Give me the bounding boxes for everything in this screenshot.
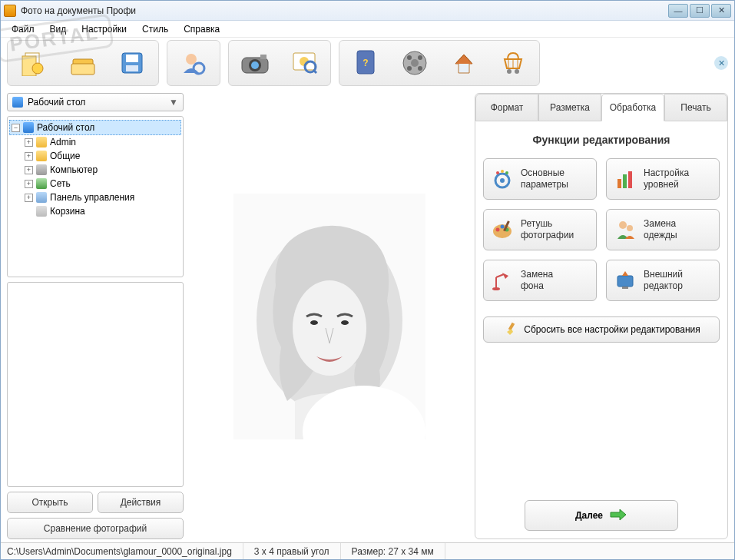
toolbar-open-icon[interactable] (60, 44, 106, 82)
content-area: Рабочий стол ▼ − Рабочий стол +Admin +Об… (1, 88, 734, 542)
svg-rect-7 (126, 65, 138, 71)
tree-root[interactable]: − Рабочий стол (9, 120, 181, 135)
app-window: Фото на документы Профи — ☐ ✕ Файл Вид Н… (0, 0, 735, 560)
toolbar-user-icon[interactable] (171, 44, 217, 82)
tab-format[interactable]: Формат (475, 94, 538, 121)
menu-settings[interactable]: Настройки (74, 22, 134, 36)
svg-point-35 (341, 320, 349, 325)
right-panel: Формат Разметка Обработка Печать Функции… (475, 93, 728, 539)
tree-item[interactable]: +Сеть (9, 177, 181, 191)
toolbar-new-icon[interactable] (11, 44, 57, 82)
menu-style[interactable]: Стиль (134, 22, 176, 36)
tree-item-label: Общие (50, 151, 80, 161)
location-combo[interactable]: Рабочий стол ▼ (7, 93, 184, 111)
photo-preview-area (190, 93, 468, 539)
tree-item[interactable]: +Общие (9, 149, 181, 163)
svg-rect-44 (628, 171, 632, 188)
func-label: Ретушьфотографии (521, 218, 574, 241)
menu-view[interactable]: Вид (42, 22, 74, 36)
toolbar-help-icon[interactable]: ? (343, 44, 389, 82)
svg-point-23 (418, 55, 422, 60)
toolbar-save-icon[interactable] (109, 44, 155, 82)
menu-help[interactable]: Справка (176, 22, 227, 36)
tree-item[interactable]: Корзина (9, 204, 181, 218)
func-clothes-button[interactable]: Заменаодежды (606, 209, 720, 250)
tree-item[interactable]: +Панель управления (9, 191, 181, 204)
svg-point-39 (496, 171, 499, 174)
expand-icon[interactable]: + (25, 166, 33, 174)
svg-point-38 (500, 178, 505, 183)
arrow-right-icon (609, 508, 627, 524)
folder-icon (36, 137, 47, 147)
svg-point-22 (407, 55, 412, 60)
svg-point-29 (507, 69, 512, 74)
tree-item-label: Компьютер (50, 164, 98, 175)
svg-rect-56 (622, 287, 628, 289)
titlebar: Фото на документы Профи — ☐ ✕ (1, 1, 734, 21)
expand-icon[interactable]: + (25, 138, 33, 147)
tree-item-label: Admin (50, 137, 76, 147)
minimize-button[interactable]: — (668, 4, 688, 18)
thumbnail-preview (7, 282, 184, 487)
menu-file[interactable]: Файл (4, 22, 42, 36)
toolbar-tip-close-icon[interactable]: ✕ (714, 56, 728, 70)
svg-rect-43 (623, 174, 627, 188)
tab-process[interactable]: Обработка (601, 94, 664, 121)
toolbar-cart-icon[interactable] (490, 44, 536, 82)
tab-print[interactable]: Печать (664, 94, 727, 121)
func-background-button[interactable]: Заменафона (483, 260, 597, 301)
svg-point-54 (492, 287, 500, 290)
expand-icon[interactable]: + (25, 194, 33, 202)
toolbar-home-icon[interactable] (441, 44, 487, 82)
svg-point-50 (619, 221, 627, 229)
combo-label: Рабочий стол (28, 97, 85, 108)
func-basic-button[interactable]: Основныепараметры (483, 158, 597, 200)
svg-rect-55 (617, 276, 633, 287)
compare-button[interactable]: Сравнение фотографий (7, 518, 184, 539)
toolbar-scanner-icon[interactable] (281, 44, 327, 82)
tree-root-label: Рабочий стол (37, 122, 94, 133)
func-external-button[interactable]: Внешнийредактор (606, 260, 720, 301)
tree-item-label: Сеть (50, 178, 71, 189)
expand-icon[interactable]: + (25, 180, 33, 188)
palette-icon (492, 219, 513, 240)
toolbar-camera-icon[interactable] (232, 44, 278, 82)
status-path: C:\Users\Admin\Documents\glamour_0000_or… (7, 543, 243, 559)
toolbar: ? ✕ (1, 38, 734, 88)
func-label: Основныепараметры (521, 167, 568, 191)
svg-rect-4 (71, 64, 94, 75)
func-label: Заменафона (521, 269, 553, 292)
monitor-icon (614, 270, 636, 291)
svg-point-51 (627, 225, 633, 231)
maximize-button[interactable]: ☐ (690, 4, 710, 18)
actions-button[interactable]: Действия (98, 492, 184, 513)
control-panel-icon (36, 192, 47, 203)
tree-item[interactable]: +Admin (9, 135, 181, 149)
tab-layout[interactable]: Разметка (538, 94, 601, 121)
svg-line-17 (313, 70, 316, 73)
open-button[interactable]: Открыть (7, 492, 93, 513)
func-label: Внешнийредактор (644, 269, 683, 292)
left-panel: Рабочий стол ▼ − Рабочий стол +Admin +Об… (7, 93, 184, 539)
svg-point-40 (501, 170, 504, 173)
tabs: Формат Разметка Обработка Печать (475, 94, 727, 121)
svg-rect-6 (126, 55, 138, 62)
toolbar-video-icon[interactable] (392, 44, 438, 82)
folder-tree[interactable]: − Рабочий стол +Admin +Общие +Компьютер … (7, 116, 184, 277)
collapse-icon[interactable]: − (12, 124, 20, 132)
close-button[interactable]: ✕ (711, 4, 731, 18)
next-button[interactable]: Далее (525, 500, 678, 531)
func-retouch-button[interactable]: Ретушьфотографии (483, 209, 597, 250)
trash-icon (36, 206, 47, 217)
function-grid: Основныепараметры Настройкауровней Ретуш… (483, 158, 720, 301)
tree-item-label: Корзина (50, 206, 85, 217)
network-icon (36, 178, 47, 189)
svg-point-46 (496, 228, 500, 232)
expand-icon[interactable]: + (25, 152, 33, 161)
statusbar: C:\Users\Admin\Documents\glamour_0000_or… (1, 542, 734, 559)
reset-button[interactable]: Сбросить все настройки редактирования (483, 316, 720, 343)
brush-icon (502, 321, 518, 339)
folder-icon (36, 151, 47, 161)
tree-item[interactable]: +Компьютер (9, 163, 181, 177)
func-levels-button[interactable]: Настройкауровней (606, 158, 720, 200)
